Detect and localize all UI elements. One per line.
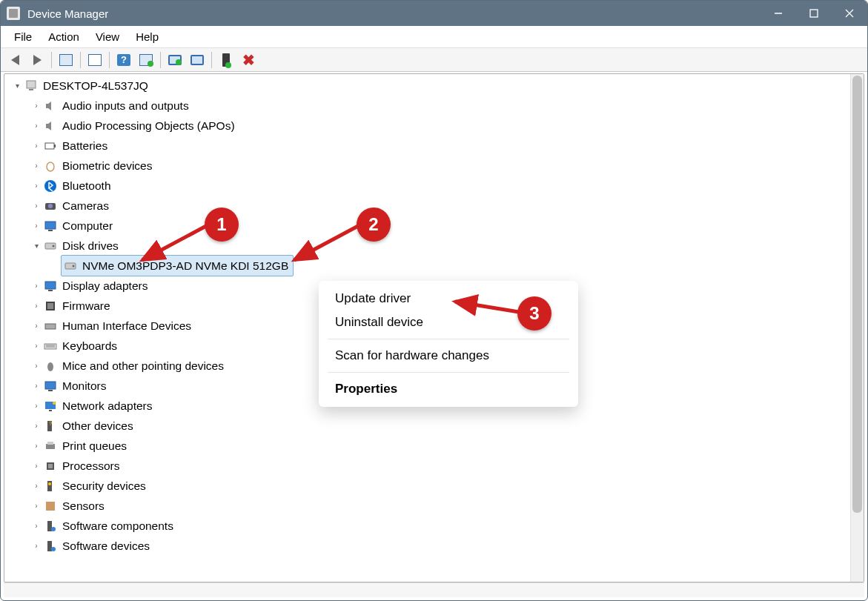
show-hide-console-button[interactable] <box>55 50 77 70</box>
tree-category-node[interactable]: › Software devices <box>6 536 849 556</box>
chevron-right-icon[interactable]: › <box>30 156 43 176</box>
context-scan-hardware[interactable]: Scan for hardware changes <box>319 344 578 368</box>
category-icon <box>43 119 58 133</box>
svg-rect-22 <box>45 324 56 329</box>
menu-help[interactable]: Help <box>128 27 168 46</box>
chevron-right-icon[interactable]: › <box>30 416 43 436</box>
chevron-right-icon[interactable]: › <box>30 196 43 216</box>
tree-device-node[interactable]: NVMe OM3PDP3-AD NVMe KDI 512GB <box>6 256 849 276</box>
chevron-right-icon[interactable]: › <box>30 216 43 236</box>
svg-rect-21 <box>47 303 53 309</box>
category-icon <box>43 519 58 533</box>
tree-category-label: Processors <box>62 456 120 476</box>
chevron-right-icon[interactable]: › <box>30 136 43 156</box>
tree-category-node[interactable]: › Software components <box>6 516 849 536</box>
chevron-right-icon[interactable]: › <box>30 276 43 296</box>
tree-category-node[interactable]: › Audio inputs and outputs <box>6 96 849 116</box>
chevron-right-icon[interactable]: › <box>30 396 43 416</box>
tree-category-node[interactable]: › Sensors <box>6 496 849 516</box>
tree-category-node[interactable]: › Computer <box>6 216 849 236</box>
titlebar: Device Manager <box>1 1 867 26</box>
menu-action[interactable]: Action <box>41 27 88 46</box>
context-separator <box>328 372 569 373</box>
category-icon <box>43 159 58 173</box>
scroll-thumb[interactable] <box>852 76 862 513</box>
chevron-right-icon[interactable]: › <box>30 296 43 316</box>
update-driver-toolbar-button[interactable] <box>164 50 186 70</box>
svg-rect-40 <box>46 502 55 511</box>
tree-category-label: Human Interface Devices <box>62 316 191 336</box>
device-manager-icon <box>7 7 20 20</box>
category-icon <box>43 379 58 393</box>
svg-rect-7 <box>54 145 56 147</box>
toolbar-separator <box>51 52 52 68</box>
svg-text:?: ? <box>49 420 53 427</box>
disk-icon <box>63 259 78 273</box>
svg-rect-35 <box>47 442 53 445</box>
tree-category-label: Bluetooth <box>62 176 111 196</box>
tree-category-node[interactable]: › Audio Processing Objects (APOs) <box>6 116 849 136</box>
context-properties[interactable]: Properties <box>319 377 578 401</box>
svg-rect-19 <box>48 290 53 291</box>
tree-category-label: Keyboards <box>62 336 117 356</box>
vertical-scrollbar[interactable] <box>850 74 864 582</box>
chevron-right-icon[interactable]: › <box>30 376 43 396</box>
category-icon <box>43 359 58 373</box>
category-icon <box>43 99 58 113</box>
svg-rect-28 <box>48 390 53 391</box>
chevron-right-icon[interactable]: › <box>30 96 43 116</box>
menu-view[interactable]: View <box>88 27 128 46</box>
tree-category-label: Sensors <box>62 496 105 516</box>
toolbar-separator <box>80 52 81 68</box>
tree-category-node[interactable]: › Batteries <box>6 136 849 156</box>
maximize-button[interactable] <box>796 1 832 26</box>
tree-category-label: Disk drives <box>62 236 119 256</box>
forward-button[interactable] <box>26 50 48 70</box>
svg-point-26 <box>47 362 53 371</box>
properties-button[interactable] <box>84 50 106 70</box>
chevron-right-icon[interactable]: › <box>30 476 43 496</box>
tree-category-node[interactable]: › Biometric devices <box>6 156 849 176</box>
chevron-right-icon[interactable]: › <box>30 356 43 376</box>
annotation-arrow-3 <box>451 296 525 318</box>
chevron-right-icon[interactable]: › <box>30 176 43 196</box>
svg-rect-30 <box>49 410 52 411</box>
tree-category-label: Other devices <box>62 416 133 436</box>
chevron-right-icon[interactable]: › <box>30 496 43 516</box>
back-button[interactable] <box>4 50 26 70</box>
tree-category-node[interactable]: › Processors <box>6 456 849 476</box>
chevron-down-icon[interactable]: ▾ <box>10 76 24 96</box>
chevron-right-icon[interactable]: › <box>30 336 43 356</box>
scan-hardware-button[interactable] <box>186 50 208 70</box>
chevron-right-icon[interactable]: › <box>30 516 43 536</box>
toolbar-separator <box>109 52 110 68</box>
svg-line-47 <box>455 302 519 312</box>
menu-file[interactable]: File <box>7 27 41 46</box>
tree-category-node[interactable]: ▾ Disk drives <box>6 236 849 256</box>
chevron-down-icon[interactable]: ▾ <box>30 236 43 256</box>
tree-root-node[interactable]: ▾ DESKTOP-4L537JQ <box>6 76 849 96</box>
tree-category-node[interactable]: › Security devices <box>6 476 849 496</box>
tree-category-node[interactable]: › Cameras <box>6 196 849 216</box>
svg-point-31 <box>53 402 56 405</box>
svg-rect-13 <box>48 230 53 231</box>
enable-device-button[interactable] <box>215 50 237 70</box>
chevron-right-icon[interactable]: › <box>30 456 43 476</box>
close-button[interactable] <box>832 1 867 26</box>
chevron-right-icon[interactable]: › <box>30 536 43 556</box>
category-icon <box>43 219 58 233</box>
tree-category-node[interactable]: › ? Other devices <box>6 416 849 436</box>
tree-category-node[interactable]: › Bluetooth <box>6 176 849 196</box>
uninstall-device-toolbar-button[interactable]: ✖ <box>237 50 259 70</box>
tree-category-node[interactable]: › Print queues <box>6 436 849 456</box>
minimize-button[interactable] <box>761 1 796 26</box>
help-button[interactable]: ? <box>113 50 135 70</box>
chevron-right-icon[interactable]: › <box>30 316 43 336</box>
action-button[interactable] <box>135 50 157 70</box>
category-icon <box>43 499 58 513</box>
chevron-right-icon[interactable]: › <box>30 116 43 136</box>
tree-category-label: Network adapters <box>62 396 152 416</box>
chevron-right-icon[interactable]: › <box>30 436 43 456</box>
tree-category-label: Security devices <box>62 476 146 496</box>
tree-category-label: Monitors <box>62 376 106 396</box>
